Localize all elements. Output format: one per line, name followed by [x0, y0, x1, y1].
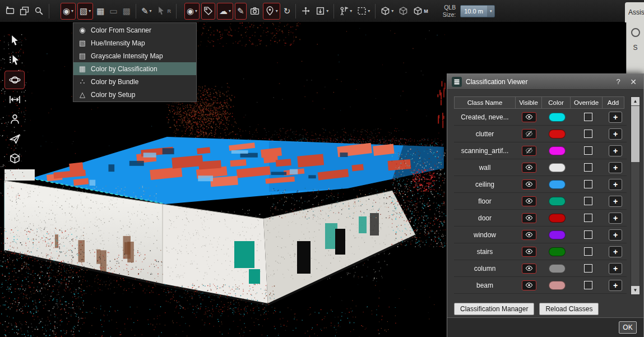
- rotate-setup-button[interactable]: ↻: [282, 3, 293, 20]
- fly-tool-button[interactable]: [4, 130, 25, 148]
- override-checkbox[interactable]: [584, 281, 592, 289]
- column-color[interactable]: Color: [541, 96, 571, 109]
- class-color-swatch[interactable]: [549, 197, 566, 206]
- override-checkbox[interactable]: [584, 230, 592, 239]
- class-color-swatch[interactable]: [549, 214, 566, 223]
- image-view-button[interactable]: ▩: [121, 3, 132, 20]
- class-color-swatch[interactable]: [549, 230, 566, 239]
- assist-panel-sliver[interactable]: S: [626, 22, 644, 73]
- view-cube-tool-button[interactable]: [4, 149, 25, 168]
- visibility-on-button[interactable]: [522, 264, 536, 274]
- cube-m-button[interactable]: M: [411, 3, 430, 20]
- column-add[interactable]: Add: [602, 96, 624, 109]
- table-scrollbar[interactable]: ▲ ▼: [631, 96, 640, 295]
- visibility-on-button[interactable]: [522, 247, 536, 257]
- class-color-swatch[interactable]: [549, 130, 566, 139]
- menu-item-color-by-classification[interactable]: ▦Color by Classification: [73, 62, 196, 75]
- snapshot-button[interactable]: [248, 3, 261, 20]
- walk-tool-button[interactable]: [4, 110, 25, 128]
- add-class-button[interactable]: +: [609, 112, 622, 123]
- grayscale-map-button[interactable]: ▦: [95, 3, 106, 20]
- column-override[interactable]: Override: [570, 96, 603, 109]
- cursor-r-button[interactable]: R: [155, 3, 173, 20]
- transform-button[interactable]: [299, 3, 312, 20]
- class-color-swatch[interactable]: [549, 163, 566, 172]
- class-color-swatch[interactable]: [549, 146, 566, 155]
- menu-item-color-from-scanner[interactable]: ◉Color From Scanner: [73, 24, 196, 36]
- visibility-on-button[interactable]: [522, 163, 536, 173]
- assist-panel-tab[interactable]: Assis: [625, 2, 644, 22]
- measure-tool-button[interactable]: ✎▾: [140, 3, 154, 20]
- add-class-button[interactable]: +: [609, 162, 622, 173]
- visibility-off-button[interactable]: [522, 146, 536, 156]
- visibility-off-button[interactable]: [522, 129, 536, 139]
- visibility-on-button[interactable]: [522, 230, 536, 240]
- class-color-swatch[interactable]: [549, 281, 566, 290]
- close-icon[interactable]: ✕: [628, 77, 639, 86]
- visibility-on-button[interactable]: [522, 179, 536, 190]
- menu-item-grayscale-intensity-map[interactable]: ▤Grayscale Intensity Map: [73, 49, 196, 62]
- add-class-button[interactable]: +: [609, 263, 622, 274]
- column-visible[interactable]: Visible: [515, 96, 542, 109]
- class-color-swatch[interactable]: [549, 264, 566, 273]
- panel-titlebar[interactable]: Classification Viewer ? ✕: [447, 74, 643, 90]
- menu-item-color-by-bundle[interactable]: ∴Color by Bundle: [73, 75, 196, 88]
- pan-window-button[interactable]: [3, 3, 16, 20]
- scroll-down-button[interactable]: ▼: [631, 286, 640, 294]
- hue-intensity-button[interactable]: ▧▾: [77, 3, 93, 20]
- override-checkbox[interactable]: [584, 247, 592, 256]
- reload-classes-button[interactable]: Reload Classes: [539, 303, 599, 315]
- visibility-on-button[interactable]: [522, 213, 536, 223]
- zoom-window-button[interactable]: [33, 3, 45, 20]
- color-from-scanner-button[interactable]: ◉▾: [61, 3, 76, 20]
- point-cloud-viewport[interactable]: [0, 22, 447, 337]
- location-button[interactable]: ▾: [263, 3, 280, 20]
- add-class-button[interactable]: +: [609, 179, 622, 190]
- add-class-button[interactable]: +: [609, 280, 622, 291]
- point-cloud-button[interactable]: ☁▾: [217, 3, 233, 20]
- override-checkbox[interactable]: [584, 130, 592, 138]
- override-checkbox[interactable]: [584, 264, 592, 273]
- overlap-windows-button[interactable]: [18, 3, 31, 20]
- menu-item-hue-intensity-map[interactable]: ▧Hue/Intensity Map: [73, 36, 196, 49]
- override-checkbox[interactable]: [584, 113, 592, 121]
- add-class-button[interactable]: +: [609, 128, 622, 140]
- qlb-size-select[interactable]: 10.0 m ▾: [460, 5, 495, 17]
- override-checkbox[interactable]: [584, 214, 592, 222]
- scroll-thumb[interactable]: [631, 106, 640, 162]
- selection-area-button[interactable]: ▾: [355, 3, 372, 20]
- classification-manager-button[interactable]: Classification Manager: [454, 303, 534, 315]
- add-class-button[interactable]: +: [609, 196, 622, 207]
- pan-tool-button[interactable]: [4, 90, 25, 109]
- class-color-swatch[interactable]: [549, 180, 566, 189]
- override-checkbox[interactable]: [584, 197, 592, 205]
- render-mode-button[interactable]: ▾: [379, 3, 395, 20]
- seed-point-button[interactable]: ◉▾: [184, 3, 200, 20]
- override-checkbox[interactable]: [584, 146, 592, 155]
- visibility-on-button[interactable]: [522, 112, 536, 122]
- override-checkbox[interactable]: [584, 180, 592, 188]
- visibility-on-button[interactable]: [522, 280, 536, 290]
- help-button[interactable]: ?: [613, 77, 624, 86]
- visibility-on-button[interactable]: [522, 196, 536, 206]
- add-class-button[interactable]: +: [609, 229, 622, 241]
- column-class-name[interactable]: Class Name: [454, 96, 516, 109]
- add-class-button[interactable]: +: [609, 145, 622, 156]
- add-class-button[interactable]: +: [609, 246, 622, 257]
- box-crop-button[interactable]: ▾: [314, 3, 330, 20]
- wire-cube-button[interactable]: [397, 3, 410, 20]
- registration-button[interactable]: ▾: [337, 3, 354, 20]
- class-color-swatch[interactable]: [549, 113, 566, 122]
- tag-button[interactable]: [201, 3, 215, 20]
- add-class-button[interactable]: +: [609, 213, 622, 224]
- scroll-up-button[interactable]: ▲: [631, 97, 640, 105]
- orbit-tool-button[interactable]: [4, 71, 25, 89]
- panorama-view-button[interactable]: ▭: [108, 3, 119, 20]
- class-color-swatch[interactable]: [549, 247, 566, 256]
- select-points-tool-button[interactable]: [4, 51, 25, 70]
- ok-button[interactable]: OK: [619, 321, 637, 334]
- marker-button[interactable]: ✎: [235, 3, 247, 20]
- menu-item-color-by-setup[interactable]: △Color by Setup: [73, 88, 196, 101]
- select-tool-button[interactable]: [4, 31, 25, 50]
- override-checkbox[interactable]: [584, 163, 592, 172]
